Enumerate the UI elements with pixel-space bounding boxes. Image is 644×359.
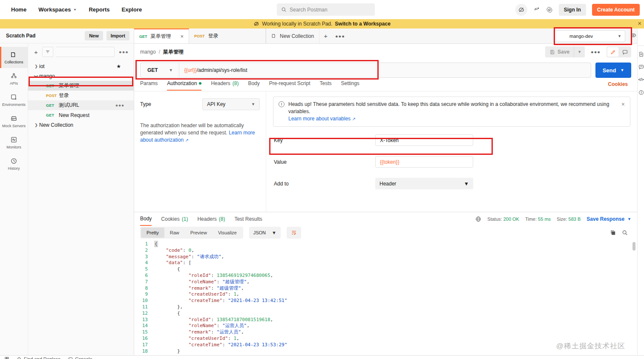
dismiss-callout-icon[interactable]: ×	[621, 101, 625, 123]
auth-key-label: Key	[273, 137, 375, 143]
rail-mock-servers[interactable]: Mock Servers	[0, 111, 28, 132]
collection-folder[interactable]: ❯mango	[28, 71, 134, 81]
info-icon[interactable]	[638, 86, 644, 99]
sign-in-button[interactable]: Sign In	[559, 4, 586, 16]
cookies-link[interactable]: Cookies	[608, 81, 628, 87]
auth-value-input[interactable]	[375, 156, 473, 168]
request-item[interactable]: GET测试URL●●●	[28, 100, 134, 110]
scrollbar-thumb[interactable]	[632, 242, 635, 251]
create-account-button[interactable]: Create Account	[592, 4, 640, 16]
documentation-icon[interactable]	[638, 48, 644, 60]
response-tab-headers[interactable]: Headers(8)	[197, 212, 225, 226]
add-collection-icon[interactable]: +	[32, 48, 40, 56]
copy-response-icon[interactable]	[610, 230, 616, 236]
save-button[interactable]: Save ▼	[545, 46, 585, 57]
search-response-icon[interactable]	[622, 230, 628, 236]
wrap-lines-icon[interactable]	[287, 227, 301, 239]
globe-icon[interactable]	[475, 216, 481, 222]
line-number: 2	[134, 248, 148, 254]
right-rail: </>	[637, 28, 644, 355]
response-body[interactable]: 1{2 "code": 0,3 "message": "请求成功",4 "dat…	[134, 239, 637, 357]
tab-params[interactable]: Params	[140, 80, 158, 90]
tab-request-1[interactable]: GET 菜单管理 ×	[134, 28, 189, 43]
request-item[interactable]: POST登录	[28, 91, 134, 100]
code-snippet-icon[interactable]: </>	[638, 73, 644, 86]
response-tab-cookies[interactable]: Cookies(1)	[161, 212, 188, 226]
import-button[interactable]: Import	[106, 31, 129, 40]
rail-environments[interactable]: Environments	[0, 89, 28, 111]
rail-monitors[interactable]: Monitors	[0, 132, 28, 153]
filter-icon[interactable]	[42, 47, 53, 57]
collections-search-input[interactable]	[56, 47, 115, 57]
search-input[interactable]	[290, 7, 362, 13]
watermark: @稀土掘金技术社区	[556, 341, 625, 351]
tab-tests[interactable]: Tests	[319, 80, 331, 90]
switch-workspace-link[interactable]: Switch to a Workspace	[335, 21, 390, 27]
view-pretty-button[interactable]: Pretty	[141, 228, 164, 238]
tab-body[interactable]: Body	[248, 80, 259, 90]
chevron-down-icon[interactable]: ❯	[34, 73, 38, 79]
banner-text: Working locally in Scratch Pad.	[262, 21, 332, 27]
auth-addto-select[interactable]: Header ▼	[375, 178, 473, 189]
offline-cloud-icon[interactable]	[515, 4, 527, 16]
response-tab-body[interactable]: Body	[140, 212, 152, 226]
find-replace-button[interactable]: Find and Replace	[17, 356, 60, 359]
environment-selector[interactable]: mango-dev ▼	[553, 30, 625, 42]
tab-prerequest-script[interactable]: Pre-request Script	[269, 80, 310, 90]
rail-history[interactable]: History	[0, 153, 28, 174]
request-more-icon[interactable]: ●●●	[591, 49, 601, 54]
request-item[interactable]: GETNew Request	[28, 110, 134, 120]
view-raw-button[interactable]: Raw	[164, 228, 185, 238]
method-selector[interactable]: GET ▼	[141, 63, 179, 77]
response-tab-test-results[interactable]: Test Results	[234, 212, 262, 226]
new-tab-icon[interactable]: +	[319, 28, 332, 43]
view-visualize-button[interactable]: Visualize	[213, 228, 242, 238]
tab-authorization[interactable]: Authorization	[167, 80, 201, 91]
settings-gear-icon[interactable]	[546, 6, 553, 13]
item-more-icon[interactable]: ●●●	[115, 103, 124, 108]
view-preview-button[interactable]: Preview	[185, 228, 213, 238]
environment-quick-look-icon[interactable]	[630, 32, 636, 38]
global-search[interactable]	[277, 3, 375, 16]
line-number: 14	[134, 323, 148, 329]
new-button[interactable]: New	[85, 31, 103, 40]
auth-key-input[interactable]	[375, 134, 473, 146]
tab-headers[interactable]: Headers(8)	[211, 80, 239, 90]
tree-item-label: mango	[39, 73, 130, 79]
learn-variables-link[interactable]: Learn more about variables ↗	[288, 116, 356, 122]
request-item[interactable]: GET菜单管理	[28, 81, 134, 91]
rail-collections[interactable]: Collections	[0, 47, 28, 68]
collection-folder[interactable]: ❯iot★	[28, 61, 134, 71]
tab-options-icon[interactable]: ●●●	[332, 28, 348, 43]
format-select[interactable]: JSON ▼	[249, 227, 281, 239]
star-icon[interactable]: ★	[116, 63, 121, 69]
chevron-right-icon[interactable]: ❯	[33, 123, 39, 127]
console-button[interactable]: Console	[68, 356, 92, 359]
bootcamp-icon[interactable]	[4, 356, 9, 359]
comments-icon[interactable]	[619, 47, 630, 57]
tab-request-2[interactable]: POST 登录	[189, 28, 266, 43]
rail-apis[interactable]: APIs	[0, 68, 28, 89]
nav-workspaces[interactable]: Workspaces▼	[38, 6, 77, 13]
capture-requests-icon[interactable]	[533, 6, 540, 13]
edit-pencil-icon[interactable]	[607, 47, 618, 57]
nav-explore[interactable]: Explore	[122, 6, 142, 13]
search-icon	[281, 7, 287, 12]
line-number: 13	[134, 317, 148, 323]
nav-home[interactable]: Home	[11, 6, 26, 13]
send-button[interactable]: Send ▼	[595, 63, 631, 78]
tab-settings[interactable]: Settings	[341, 80, 359, 90]
collection-folder[interactable]: ❯New Collection	[28, 120, 134, 130]
comments-panel-icon[interactable]	[638, 60, 644, 73]
nav-reports[interactable]: Reports	[89, 6, 109, 13]
banner-close-icon[interactable]: ×	[638, 20, 641, 27]
save-dropdown-icon[interactable]: ▼	[574, 46, 585, 57]
tab-collection[interactable]: New Collection	[266, 28, 319, 43]
save-response-button[interactable]: Save Response▼	[586, 216, 631, 222]
breadcrumb-parent[interactable]: mango	[140, 49, 156, 55]
chevron-right-icon[interactable]: ❯	[33, 64, 39, 68]
url-input[interactable]: {{url}}/admin/api/sys-role/list	[179, 67, 247, 73]
auth-type-select[interactable]: API Key ▼	[202, 98, 260, 110]
collections-more-icon[interactable]: ●●●	[117, 49, 130, 54]
close-tab-icon[interactable]: ×	[181, 33, 184, 40]
